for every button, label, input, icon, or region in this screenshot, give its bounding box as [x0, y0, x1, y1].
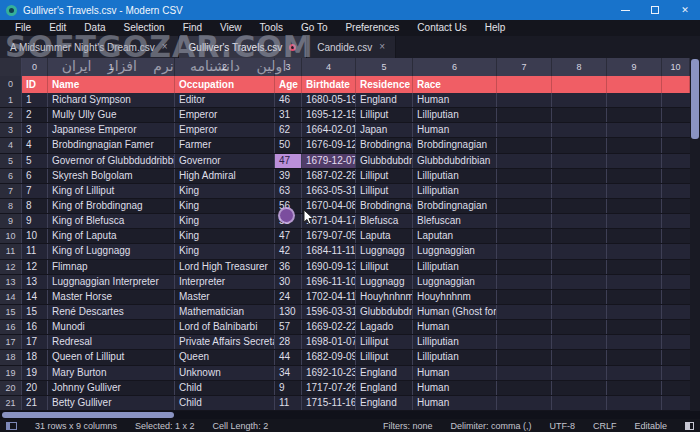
cell[interactable]: Richard Sympson	[48, 93, 175, 107]
cell[interactable]: Brobdingnag	[356, 138, 413, 152]
cell[interactable]: England	[356, 366, 413, 380]
cell[interactable]: 1664-02-01	[302, 123, 356, 137]
cell[interactable]: England	[356, 381, 413, 395]
cell[interactable]: 6	[22, 169, 48, 183]
cell[interactable]: 1696-11-10	[302, 275, 356, 289]
cell[interactable]	[497, 260, 552, 274]
header-cell-name[interactable]: Name	[48, 76, 175, 93]
cell[interactable]	[662, 290, 690, 304]
status-line-ending[interactable]: CRLF	[593, 421, 617, 431]
cell[interactable]: Lilliput	[356, 350, 413, 364]
cell[interactable]	[497, 108, 552, 122]
cell[interactable]	[607, 366, 662, 380]
column-header-7[interactable]: 7	[497, 58, 552, 76]
cell[interactable]: King of Laputa	[48, 229, 175, 243]
cell[interactable]	[607, 184, 662, 198]
cell[interactable]: Houyhnhnm	[413, 290, 497, 304]
cell[interactable]: England	[356, 396, 413, 410]
cell[interactable]	[497, 229, 552, 243]
cell[interactable]: 1	[22, 93, 48, 107]
cell[interactable]: Child	[175, 396, 275, 410]
column-header-4[interactable]: 4	[302, 58, 356, 76]
cell[interactable]	[552, 381, 607, 395]
menu-data[interactable]: Data	[75, 20, 114, 36]
cell[interactable]: 34	[275, 366, 302, 380]
cell[interactable]: Blefuscan	[413, 214, 497, 228]
cell[interactable]: 24	[275, 290, 302, 304]
cell[interactable]: Johnny Gulliver	[48, 381, 175, 395]
header-cell-race[interactable]: Race	[413, 76, 497, 93]
row-header-10[interactable]: 10	[0, 229, 22, 243]
cell[interactable]: 9	[275, 381, 302, 395]
cell[interactable]: René Descartes	[48, 305, 175, 319]
cell[interactable]: 1682-09-09	[302, 350, 356, 364]
tab-close-icon[interactable]: ×	[162, 42, 168, 52]
cell[interactable]: Laputan	[413, 229, 497, 243]
cell[interactable]: 7	[22, 184, 48, 198]
cell[interactable]: 62	[275, 123, 302, 137]
row-header-7[interactable]: 7	[0, 184, 22, 198]
cell[interactable]	[497, 184, 552, 198]
cell[interactable]: 63	[275, 184, 302, 198]
cell[interactable]: 1669-02-22	[302, 320, 356, 334]
close-button[interactable]: ✕	[670, 0, 700, 20]
cell[interactable]: Human	[413, 366, 497, 380]
cell[interactable]: 39	[275, 169, 302, 183]
cell[interactable]: Lilliput	[356, 108, 413, 122]
cell[interactable]	[552, 275, 607, 289]
cell[interactable]: 47	[275, 229, 302, 243]
row-header-14[interactable]: 14	[0, 290, 22, 304]
tab-a-midsummer-night-s-dream-csv[interactable]: A Midsummer Night's Dream.csv×	[0, 36, 179, 58]
cell[interactable]: 5	[22, 154, 48, 168]
cell[interactable]	[607, 199, 662, 213]
cell[interactable]	[607, 260, 662, 274]
row-header-15[interactable]: 15	[0, 305, 22, 319]
cell[interactable]: 8	[22, 199, 48, 213]
cell[interactable]: Human	[413, 396, 497, 410]
cell[interactable]: Editor	[175, 93, 275, 107]
cell[interactable]	[552, 108, 607, 122]
cell[interactable]	[497, 169, 552, 183]
row-header-3[interactable]: 3	[0, 123, 22, 137]
cell[interactable]	[662, 229, 690, 243]
cell[interactable]: 44	[275, 350, 302, 364]
cell[interactable]	[552, 169, 607, 183]
row-header-6[interactable]: 6	[0, 169, 22, 183]
cell[interactable]: 57	[275, 320, 302, 334]
cell[interactable]: 1715-11-16	[302, 396, 356, 410]
cell[interactable]: 130	[275, 305, 302, 319]
cell[interactable]: Master	[175, 290, 275, 304]
cell[interactable]	[552, 244, 607, 258]
cell[interactable]: 19	[22, 366, 48, 380]
cell[interactable]	[552, 138, 607, 152]
header-cell-age[interactable]: Age	[275, 76, 302, 93]
row-header-20[interactable]: 20	[0, 381, 22, 395]
cell[interactable]: Luggnaggian Interpreter	[48, 275, 175, 289]
header-cell[interactable]	[607, 76, 662, 93]
cell[interactable]: Child	[175, 381, 275, 395]
cell[interactable]: Flimnap	[48, 260, 175, 274]
cell[interactable]: 50	[275, 138, 302, 152]
cell[interactable]	[607, 123, 662, 137]
row-header-0[interactable]: 0	[0, 76, 22, 93]
cell[interactable]: Munodi	[48, 320, 175, 334]
cell[interactable]: 10	[22, 229, 48, 243]
cell[interactable]	[662, 93, 690, 107]
cell[interactable]: 46	[275, 93, 302, 107]
cell[interactable]: King of Lilliput	[48, 184, 175, 198]
cell[interactable]: Skyresh Bolgolam	[48, 169, 175, 183]
cell[interactable]: Human	[413, 320, 497, 334]
cell[interactable]: Lilliputian	[413, 169, 497, 183]
cell[interactable]: Governor	[175, 154, 275, 168]
cell[interactable]: Lilliput	[356, 184, 413, 198]
menu-find[interactable]: Find	[174, 20, 211, 36]
cell[interactable]: Betty Gulliver	[48, 396, 175, 410]
cell[interactable]: Luggnagg	[356, 244, 413, 258]
cell[interactable]	[497, 350, 552, 364]
cell[interactable]: Human	[413, 381, 497, 395]
editable-toggle-icon[interactable]	[685, 422, 694, 430]
cell[interactable]: 31	[275, 108, 302, 122]
tab-close-icon[interactable]: ×	[379, 42, 385, 52]
cell[interactable]	[662, 214, 690, 228]
vertical-scrollbar[interactable]	[690, 58, 700, 411]
